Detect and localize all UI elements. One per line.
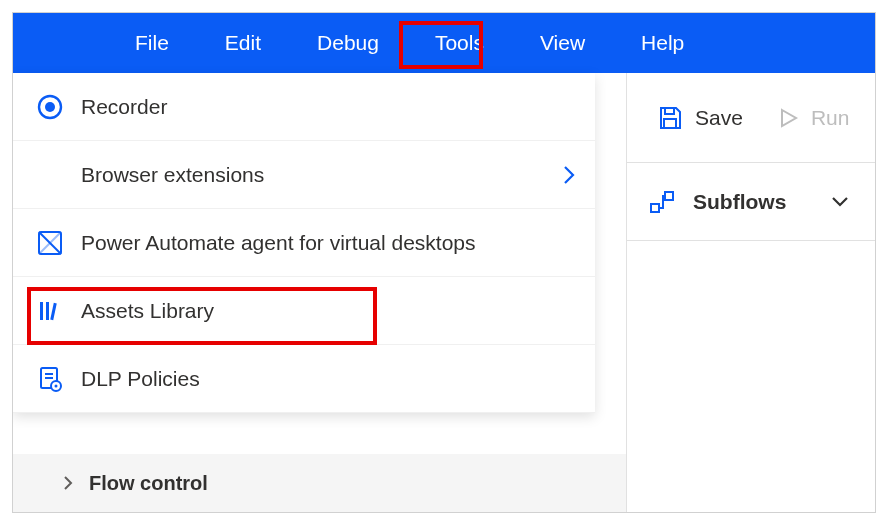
play-icon: [777, 107, 799, 129]
menu-file-label: File: [135, 31, 169, 55]
library-icon: [33, 298, 67, 324]
menu-tools[interactable]: Tools: [413, 13, 506, 73]
menu-edit[interactable]: Edit: [203, 13, 283, 73]
subflows-button[interactable]: Subflows: [627, 163, 875, 241]
menu-view[interactable]: View: [518, 13, 607, 73]
tools-item-agent[interactable]: Power Automate agent for virtual desktop…: [13, 209, 595, 277]
tools-item-recorder[interactable]: Recorder: [13, 73, 595, 141]
svg-rect-5: [50, 302, 56, 319]
tools-item-assets-library[interactable]: Assets Library: [13, 277, 595, 345]
svg-rect-11: [665, 108, 674, 114]
svg-point-1: [45, 102, 55, 112]
svg-rect-4: [46, 302, 49, 320]
sidebar-group-flow-control[interactable]: Flow control: [13, 454, 626, 512]
menu-edit-label: Edit: [225, 31, 261, 55]
chevron-right-icon: [63, 475, 73, 491]
menu-debug[interactable]: Debug: [295, 13, 401, 73]
tools-item-assets-library-label: Assets Library: [81, 299, 575, 323]
app-window: File Edit Debug Tools View Help Recorder…: [12, 12, 876, 513]
svg-rect-3: [40, 302, 43, 320]
svg-point-10: [55, 384, 58, 387]
left-pane: Recorder Browser extensions Power Automa…: [13, 73, 627, 512]
save-label: Save: [695, 106, 743, 130]
svg-rect-12: [664, 119, 676, 128]
tools-item-agent-label: Power Automate agent for virtual desktop…: [81, 231, 575, 255]
chevron-down-icon: [831, 196, 849, 208]
tools-item-recorder-label: Recorder: [81, 95, 575, 119]
save-icon: [657, 105, 683, 131]
menubar: File Edit Debug Tools View Help: [13, 13, 875, 73]
policy-icon: [33, 366, 67, 392]
run-button[interactable]: Run: [777, 106, 850, 130]
content-area: Recorder Browser extensions Power Automa…: [13, 73, 875, 512]
tools-item-browser-extensions-label: Browser extensions: [81, 163, 563, 187]
save-button[interactable]: Save: [657, 105, 743, 131]
svg-rect-14: [665, 192, 673, 200]
menu-file[interactable]: File: [113, 13, 191, 73]
chevron-right-icon: [563, 165, 575, 185]
menu-help-label: Help: [641, 31, 684, 55]
svg-rect-13: [651, 204, 659, 212]
tools-item-dlp-policies[interactable]: DLP Policies: [13, 345, 595, 413]
subflows-label: Subflows: [693, 190, 813, 214]
agent-icon: [33, 230, 67, 256]
toolbar: Save Run: [627, 73, 875, 163]
record-icon: [33, 94, 67, 120]
tools-item-dlp-policies-label: DLP Policies: [81, 367, 575, 391]
menu-debug-label: Debug: [317, 31, 379, 55]
menu-help[interactable]: Help: [619, 13, 706, 73]
tools-dropdown: Recorder Browser extensions Power Automa…: [13, 73, 595, 413]
subflows-icon: [649, 189, 675, 215]
menu-view-label: View: [540, 31, 585, 55]
flow-control-label: Flow control: [89, 472, 208, 495]
tools-item-browser-extensions[interactable]: Browser extensions: [13, 141, 595, 209]
menu-tools-label: Tools: [435, 31, 484, 55]
right-pane: Save Run Subflows: [627, 73, 875, 512]
run-label: Run: [811, 106, 850, 130]
